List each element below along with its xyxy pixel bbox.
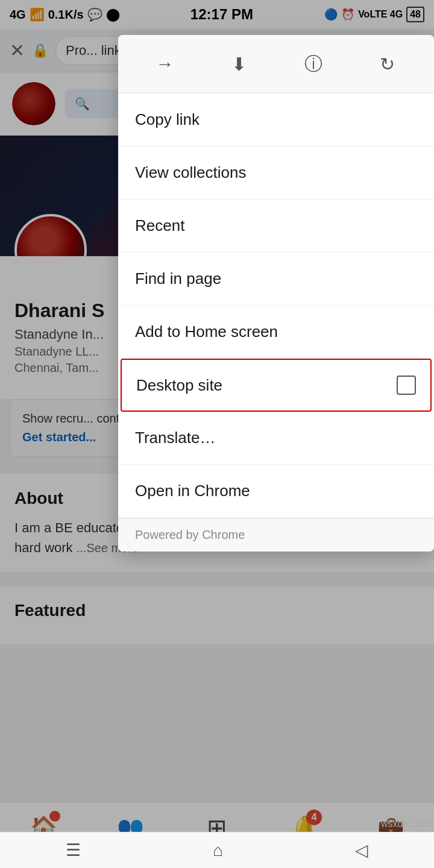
watermark: wsxdn.com xyxy=(381,819,429,829)
menu-item-view-collections[interactable]: View collections xyxy=(118,146,434,200)
desktop-site-checkbox[interactable] xyxy=(397,376,416,395)
refresh-icon: ↻ xyxy=(380,54,395,75)
menu-item-copy-link[interactable]: Copy link xyxy=(118,93,434,146)
menu-button[interactable]: ☰ xyxy=(66,840,81,860)
menu-item-recent[interactable]: Recent xyxy=(118,200,434,253)
back-button[interactable]: ◁ xyxy=(355,840,368,860)
info-button[interactable]: ⓘ xyxy=(297,47,330,81)
home-button[interactable]: ⌂ xyxy=(213,841,223,860)
menu-toolbar: → ⬇ ⓘ ↻ xyxy=(118,35,434,93)
forward-button[interactable]: → xyxy=(148,47,182,81)
powered-by: Powered by Chrome xyxy=(118,518,434,552)
system-nav: ☰ ⌂ ◁ xyxy=(0,832,434,868)
info-icon: ⓘ xyxy=(304,52,322,77)
forward-icon: → xyxy=(156,54,174,74)
menu-item-add-home[interactable]: Add to Home screen xyxy=(118,306,434,359)
menu-item-find-in-page[interactable]: Find in page xyxy=(118,253,434,306)
download-button[interactable]: ⬇ xyxy=(222,47,256,81)
refresh-button[interactable]: ↻ xyxy=(371,47,404,81)
context-menu: → ⬇ ⓘ ↻ Copy link View collections Recen… xyxy=(118,35,434,552)
menu-item-open-chrome[interactable]: Open in Chrome xyxy=(118,465,434,518)
menu-item-desktop-site[interactable]: Desktop site xyxy=(121,359,432,412)
menu-item-translate[interactable]: Translate… xyxy=(118,412,434,465)
download-icon: ⬇ xyxy=(231,54,247,75)
